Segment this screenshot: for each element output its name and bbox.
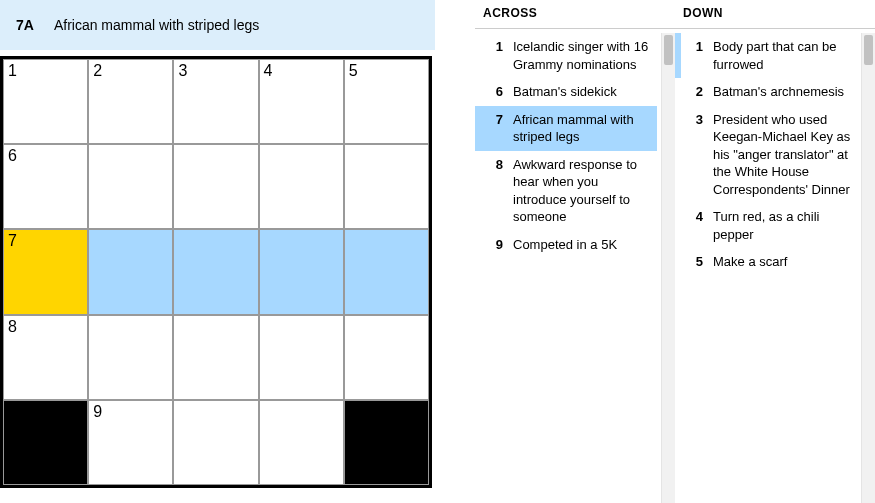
down-column: DOWN 1Body part that can be furrowed2Bat… bbox=[675, 0, 875, 503]
clue-number: 6 bbox=[485, 83, 503, 101]
cell-1-2[interactable] bbox=[173, 144, 258, 229]
cell-4-2[interactable] bbox=[173, 400, 258, 485]
cell-3-3[interactable] bbox=[259, 315, 344, 400]
clue-text: Batman's archnemesis bbox=[713, 83, 851, 101]
across-column: ACROSS 1Icelandic singer with 16 Grammy … bbox=[475, 0, 675, 503]
clue-number: 9 bbox=[485, 236, 503, 254]
cell-3-1[interactable] bbox=[88, 315, 173, 400]
cell-2-4[interactable] bbox=[344, 229, 429, 314]
current-clue-text: African mammal with striped legs bbox=[54, 17, 259, 33]
cell-number: 1 bbox=[8, 62, 17, 80]
cell-4-1[interactable]: 9 bbox=[88, 400, 173, 485]
cell-2-1[interactable] bbox=[88, 229, 173, 314]
across-scrollbar[interactable] bbox=[661, 33, 675, 503]
cell-number: 7 bbox=[8, 232, 17, 250]
across-clue-6[interactable]: 6Batman's sidekick bbox=[475, 78, 657, 106]
clue-text: Body part that can be furrowed bbox=[713, 38, 851, 73]
cell-1-0[interactable]: 6 bbox=[3, 144, 88, 229]
cell-3-4[interactable] bbox=[344, 315, 429, 400]
cell-number: 5 bbox=[349, 62, 358, 80]
cell-0-2[interactable]: 3 bbox=[173, 59, 258, 144]
across-clue-9[interactable]: 9Competed in a 5K bbox=[475, 231, 657, 259]
across-clue-1[interactable]: 1Icelandic singer with 16 Grammy nominat… bbox=[475, 33, 657, 78]
across-header: ACROSS bbox=[475, 0, 675, 29]
cell-1-4[interactable] bbox=[344, 144, 429, 229]
down-clue-3[interactable]: 3President who used Keegan-Michael Key a… bbox=[675, 106, 857, 204]
clue-text: Awkward response to hear when you introd… bbox=[513, 156, 651, 226]
down-scrollbar[interactable] bbox=[861, 33, 875, 503]
crossword-grid: 123456789 bbox=[0, 56, 432, 488]
clue-text: African mammal with striped legs bbox=[513, 111, 651, 146]
down-clue-1[interactable]: 1Body part that can be furrowed bbox=[675, 33, 857, 78]
cell-0-3[interactable]: 4 bbox=[259, 59, 344, 144]
clue-text: Icelandic singer with 16 Grammy nominati… bbox=[513, 38, 651, 73]
current-clue-label: 7A bbox=[16, 17, 34, 33]
down-clue-list: 1Body part that can be furrowed2Batman's… bbox=[675, 33, 861, 503]
down-clue-2[interactable]: 2Batman's archnemesis bbox=[675, 78, 857, 106]
cell-3-0[interactable]: 8 bbox=[3, 315, 88, 400]
cell-number: 2 bbox=[93, 62, 102, 80]
clue-text: Make a scarf bbox=[713, 253, 851, 271]
cell-2-2[interactable] bbox=[173, 229, 258, 314]
across-clue-8[interactable]: 8Awkward response to hear when you intro… bbox=[475, 151, 657, 231]
clue-number: 1 bbox=[485, 38, 503, 56]
clue-text: Batman's sidekick bbox=[513, 83, 651, 101]
cell-1-3[interactable] bbox=[259, 144, 344, 229]
cell-0-0[interactable]: 1 bbox=[3, 59, 88, 144]
scrollbar-thumb[interactable] bbox=[664, 35, 673, 65]
across-clue-list: 1Icelandic singer with 16 Grammy nominat… bbox=[475, 33, 661, 503]
cell-number: 6 bbox=[8, 147, 17, 165]
across-clue-7[interactable]: 7African mammal with striped legs bbox=[475, 106, 657, 151]
cell-number: 3 bbox=[178, 62, 187, 80]
clue-number: 2 bbox=[685, 83, 703, 101]
current-clue-bar[interactable]: 7A African mammal with striped legs bbox=[0, 0, 435, 50]
scrollbar-thumb[interactable] bbox=[864, 35, 873, 65]
cell-3-2[interactable] bbox=[173, 315, 258, 400]
cell-4-0 bbox=[3, 400, 88, 485]
down-header: DOWN bbox=[675, 0, 875, 29]
down-clue-5[interactable]: 5Make a scarf bbox=[675, 248, 857, 276]
cell-1-1[interactable] bbox=[88, 144, 173, 229]
clue-number: 8 bbox=[485, 156, 503, 174]
cell-number: 8 bbox=[8, 318, 17, 336]
cell-number: 4 bbox=[264, 62, 273, 80]
cell-0-4[interactable]: 5 bbox=[344, 59, 429, 144]
clue-number: 3 bbox=[685, 111, 703, 129]
clue-number: 1 bbox=[685, 38, 703, 56]
clue-text: President who used Keegan-Michael Key as… bbox=[713, 111, 851, 199]
cell-number: 9 bbox=[93, 403, 102, 421]
clue-number: 4 bbox=[685, 208, 703, 226]
cell-0-1[interactable]: 2 bbox=[88, 59, 173, 144]
clue-number: 7 bbox=[485, 111, 503, 129]
clue-number: 5 bbox=[685, 253, 703, 271]
clue-text: Turn red, as a chili pepper bbox=[713, 208, 851, 243]
cell-2-0[interactable]: 7 bbox=[3, 229, 88, 314]
cell-4-4 bbox=[344, 400, 429, 485]
down-clue-4[interactable]: 4Turn red, as a chili pepper bbox=[675, 203, 857, 248]
clue-text: Competed in a 5K bbox=[513, 236, 651, 254]
cell-4-3[interactable] bbox=[259, 400, 344, 485]
cell-2-3[interactable] bbox=[259, 229, 344, 314]
